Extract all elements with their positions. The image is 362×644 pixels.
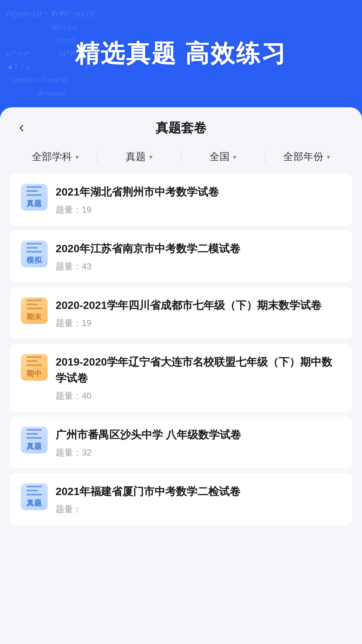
exam-item[interactable]: 真题 2021年湖北省荆州市中考数学试卷 题量：19	[10, 174, 352, 226]
exam-badge: 真题	[21, 427, 48, 453]
exam-title: 2019-2020学年辽宁省大连市名校联盟七年级（下）期中数学试卷	[56, 354, 341, 386]
exam-badge: 真题	[21, 184, 48, 211]
exam-meta: 题量：40	[56, 390, 341, 402]
hero-section: 精选真题 高效练习	[0, 0, 362, 107]
hero-title: 精选真题 高效练习	[75, 38, 287, 70]
exam-badge: 期中	[21, 354, 48, 381]
exam-title: 2021年湖北省荆州市中考数学试卷	[56, 184, 341, 200]
filter-year-arrow: ▾	[327, 153, 330, 161]
exam-meta: 题量：	[56, 503, 341, 515]
back-button[interactable]	[13, 120, 29, 136]
filter-region[interactable]: 全国 ▾	[181, 147, 265, 167]
filter-subject-arrow: ▾	[75, 153, 79, 161]
main-card: 真题套卷 全部学科 ▾ 真题 ▾ 全国 ▾ 全部年份 ▾	[0, 107, 362, 644]
exam-item[interactable]: 期中 2019-2020学年辽宁省大连市名校联盟七年级（下）期中数学试卷 题量：…	[10, 344, 352, 412]
exam-meta: 题量：43	[56, 261, 341, 272]
exam-list: 真题 2021年湖北省荆州市中考数学试卷 题量：19 模拟 2020年江苏省南	[0, 174, 362, 529]
exam-title: 2020-2021学年四川省成都市七年级（下）期末数学试卷	[56, 297, 341, 313]
exam-item[interactable]: 真题 广州市番禺区沙头中学 八年级数学试卷 题量：32	[10, 417, 352, 469]
filter-type[interactable]: 真题 ▾	[97, 147, 181, 167]
filter-year[interactable]: 全部年份 ▾	[265, 147, 349, 167]
exam-meta: 题量：32	[56, 447, 341, 459]
exam-title: 2021年福建省厦门市中考数学二检试卷	[56, 483, 341, 499]
exam-meta: 题量：19	[56, 204, 341, 216]
filter-subject[interactable]: 全部学科 ▾	[13, 147, 97, 167]
filter-type-arrow: ▾	[149, 153, 153, 161]
exam-badge: 模拟	[21, 240, 48, 267]
exam-meta: 题量：19	[56, 317, 341, 329]
exam-item[interactable]: 期末 2020-2021学年四川省成都市七年级（下）期末数学试卷 题量：19	[10, 287, 352, 339]
exam-title: 广州市番禺区沙头中学 八年级数学试卷	[56, 427, 341, 443]
filter-bar: 全部学科 ▾ 真题 ▾ 全国 ▾ 全部年份 ▾	[0, 143, 362, 174]
exam-badge: 真题	[21, 483, 48, 510]
filter-region-arrow: ▾	[233, 153, 236, 161]
exam-item[interactable]: 真题 2021年福建省厦门市中考数学二检试卷 题量：	[10, 473, 352, 525]
exam-title: 2020年江苏省南京市中考数学二模试卷	[56, 240, 341, 257]
exam-badge: 期末	[21, 297, 48, 324]
page-title: 真题套卷	[156, 119, 206, 137]
exam-item[interactable]: 模拟 2020年江苏省南京市中考数学二模试卷 题量：43	[10, 230, 352, 282]
card-header: 真题套卷	[0, 107, 362, 143]
